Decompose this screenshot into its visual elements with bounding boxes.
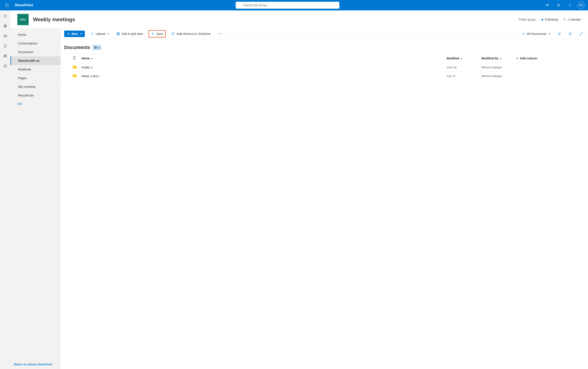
library-pane: New Upload Edit in gri [61, 29, 588, 369]
nav-home[interactable]: Home [10, 30, 61, 39]
view-pill[interactable] [92, 45, 101, 50]
expand-icon [579, 32, 583, 36]
megaphone-icon [545, 3, 549, 7]
suite-bar: SharePoint M [0, 0, 588, 10]
follow-button[interactable]: Following [541, 18, 558, 21]
filter-button[interactable] [556, 30, 563, 37]
col-modified-by-label: Modified By [481, 57, 498, 60]
search-input[interactable] [243, 3, 337, 7]
svg-point-4 [7, 5, 7, 5]
rail-lists[interactable] [3, 54, 7, 58]
site-logo[interactable]: Wm [17, 14, 29, 25]
rail-create[interactable] [3, 64, 7, 68]
svg-rect-19 [172, 33, 174, 34]
svg-line-10 [240, 6, 241, 7]
sync-icon [151, 32, 155, 36]
svg-point-9 [238, 4, 241, 6]
chevron-down-icon [460, 57, 462, 60]
app-launcher-button[interactable] [2, 0, 12, 10]
settings-button[interactable] [553, 0, 564, 10]
col-type[interactable] [71, 53, 81, 63]
sync-button[interactable]: Sync [149, 30, 166, 38]
classic-sharepoint-link[interactable]: Return to classic SharePoint [10, 359, 61, 369]
columns-icon [94, 46, 97, 49]
svg-point-11 [558, 5, 559, 6]
under-header: Home Conversations Documents Shared with… [10, 29, 588, 369]
chevron-down-icon [107, 32, 109, 35]
col-modified-by[interactable]: Modified By [480, 53, 514, 63]
suite-right: MK [542, 0, 586, 10]
svg-point-0 [5, 3, 6, 4]
file-icon [73, 56, 76, 60]
expand-button[interactable] [578, 30, 585, 37]
app-rail [0, 10, 10, 369]
svg-point-6 [5, 6, 6, 7]
rail-global[interactable] [3, 24, 7, 28]
chevron-down-icon [548, 32, 550, 35]
info-button[interactable] [567, 30, 574, 37]
search-box[interactable] [236, 2, 339, 9]
view-switcher[interactable]: All Documents [520, 31, 552, 37]
plus-icon [67, 32, 70, 35]
account-button[interactable]: MK [576, 0, 586, 10]
table-row[interactable]: Folder 1 June 26 Melissa Kiplagat [61, 63, 588, 72]
rail-news[interactable] [3, 34, 7, 38]
add-shortcut-button[interactable]: Add shortcut to OneDrive [170, 31, 212, 37]
folder-icon [73, 65, 77, 69]
svg-point-17 [564, 19, 565, 19]
plus-icon [516, 57, 519, 60]
col-add-label: Add column [520, 57, 537, 60]
star-icon [541, 18, 544, 21]
command-bar-right: All Documents [520, 30, 585, 37]
nav-notebook[interactable]: Notebook [10, 65, 61, 74]
svg-point-20 [218, 33, 219, 34]
svg-rect-15 [4, 55, 7, 57]
table-row[interactable]: Week 2 docs July 12 Melissa Kiplagat [61, 72, 588, 81]
nav-shared-with-us[interactable]: Shared with us [10, 56, 61, 65]
row-name[interactable]: Week 2 docs [81, 72, 445, 81]
onedrive-shortcut-icon [171, 32, 175, 36]
upload-button[interactable]: Upload [89, 31, 111, 37]
nav-documents[interactable]: Documents [10, 48, 61, 56]
megaphone-button[interactable] [542, 0, 552, 10]
site-title[interactable]: Weekly meetings [33, 17, 75, 22]
nav-edit-link[interactable]: Edit [10, 100, 61, 108]
svg-rect-26 [95, 47, 96, 48]
col-add-column[interactable]: Add column [514, 53, 588, 63]
col-name[interactable]: Name [81, 53, 445, 63]
overflow-button[interactable] [216, 32, 223, 36]
upload-label: Upload [96, 32, 105, 36]
avatar: MK [578, 2, 585, 9]
chevron-down-icon [91, 57, 93, 60]
follow-label: Following [545, 18, 558, 21]
library-heading: Documents [61, 39, 588, 53]
view-list-icon [522, 32, 525, 36]
edit-grid-button[interactable]: Edit in grid view [115, 31, 145, 37]
members-button[interactable]: 1 member [563, 18, 581, 21]
nav-site-contents[interactable]: Site contents [10, 82, 61, 91]
nav-recycle-bin[interactable]: Recycle bin [10, 91, 61, 100]
svg-rect-27 [96, 47, 97, 48]
rail-home[interactable] [3, 14, 7, 18]
new-button[interactable]: New [64, 31, 85, 37]
view-label: All Documents [527, 32, 546, 36]
document-table: Name Modified Modified By [61, 53, 588, 81]
file-icon [3, 44, 7, 48]
nav-conversations[interactable]: Conversations [10, 39, 61, 48]
app-name[interactable]: SharePoint [15, 3, 33, 7]
site-visibility: Public group [519, 18, 536, 21]
help-button[interactable] [565, 0, 575, 10]
svg-point-22 [221, 33, 221, 34]
add-shortcut-label: Add shortcut to OneDrive [176, 32, 211, 36]
svg-point-1 [7, 3, 7, 4]
rail-files[interactable] [3, 44, 7, 48]
col-select[interactable] [61, 53, 71, 63]
site-meta: Public group Following 1 member [519, 18, 581, 21]
col-modified[interactable]: Modified [445, 53, 480, 63]
nav-pages[interactable]: Pages [10, 74, 61, 82]
col-modified-label: Modified [447, 57, 459, 60]
folder-icon [73, 74, 77, 77]
row-modified: July 12 [445, 72, 480, 81]
content-area: Wm Weekly meetings Public group Followin… [10, 10, 588, 369]
row-name[interactable]: Folder 1 [81, 63, 445, 72]
